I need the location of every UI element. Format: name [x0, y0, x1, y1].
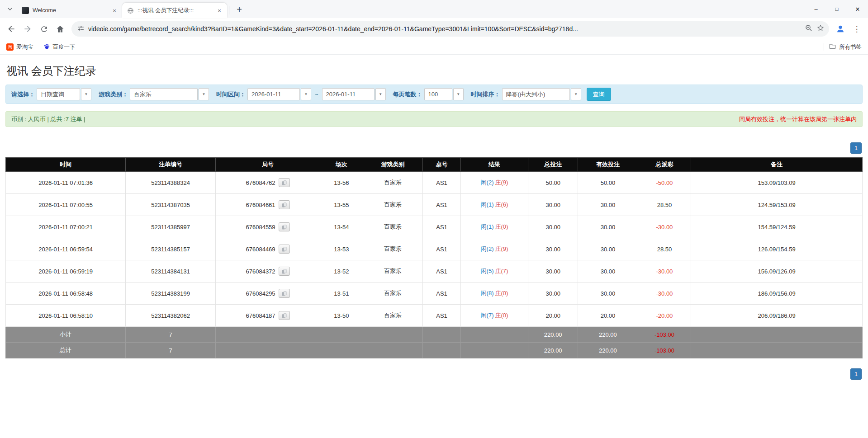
cell-total-bet[interactable]: 30.00: [528, 238, 578, 260]
sort-dropdown[interactable]: 降幂(由大到小) ▼: [502, 88, 581, 100]
bookmark-taobao[interactable]: 淘 爱淘宝: [6, 43, 33, 51]
cell-payout: -30.00: [638, 283, 691, 305]
round-number: 676084295: [246, 290, 275, 297]
cell-valid-bet: 20.00: [578, 305, 638, 327]
cell-payout: -30.00: [638, 216, 691, 238]
site-settings-icon[interactable]: [77, 24, 85, 34]
cell-total-bet[interactable]: 30.00: [528, 260, 578, 283]
profile-avatar[interactable]: [833, 21, 848, 37]
tab-strip: Welcome × :::视讯 会员下注纪录::: × + – □ ✕: [0, 0, 868, 18]
notice-text: 同局有效投注，统一计算在该局第一张注单内: [739, 115, 857, 123]
result-player: 闲(8): [481, 290, 494, 297]
cell-game-type: 百家乐: [363, 283, 423, 305]
total-valid-bet: 220.00: [578, 343, 638, 358]
result-banker: 庄(0): [495, 312, 508, 319]
date-end-value[interactable]: 2026-01-11: [322, 88, 375, 100]
date-start-dropdown[interactable]: 2026-01-11 ▼: [247, 88, 311, 100]
chevron-down-icon[interactable]: ▼: [571, 88, 581, 100]
per-page-value[interactable]: 100: [424, 88, 452, 100]
url-bar[interactable]: videoie.com/game/betrecord_search/kind3?…: [71, 21, 829, 37]
total-label: 总计: [6, 343, 126, 358]
page-number-button[interactable]: 1: [850, 368, 862, 380]
new-tab-button[interactable]: +: [233, 3, 246, 16]
page-number-button[interactable]: 1: [850, 142, 862, 154]
forward-icon[interactable]: [20, 21, 35, 37]
browser-menu-icon[interactable]: ⋮: [849, 21, 864, 37]
chevron-down-icon[interactable]: ▼: [301, 88, 311, 100]
bookmarks-bar: 淘 爱淘宝 百度一下 所有书签: [0, 40, 868, 55]
cell-game-type: 百家乐: [363, 194, 423, 216]
close-tab-icon[interactable]: ×: [110, 6, 119, 14]
table-row: 2026-01-11 06:59:54 523114385157 6760844…: [6, 238, 863, 260]
all-bookmarks[interactable]: 所有书签: [829, 42, 862, 52]
result-banker: 庄(9): [495, 245, 508, 252]
bookmark-star-icon[interactable]: [816, 24, 825, 34]
cell-payout: 28.50: [638, 238, 691, 260]
chevron-down-icon[interactable]: ▼: [199, 88, 209, 100]
col-total-bet: 总投注: [528, 158, 578, 172]
round-detail-icon[interactable]: [279, 267, 290, 276]
zoom-icon[interactable]: [805, 24, 813, 34]
chevron-down-icon[interactable]: ▼: [453, 88, 464, 100]
game-type-dropdown[interactable]: 百家乐 ▼: [130, 88, 209, 100]
game-type-value[interactable]: 百家乐: [130, 88, 198, 100]
round-detail-icon[interactable]: [279, 222, 290, 231]
minimize-button[interactable]: –: [806, 0, 826, 18]
search-button[interactable]: 查询: [587, 88, 611, 101]
cell-total-bet[interactable]: 20.00: [528, 305, 578, 327]
tab-betrecord[interactable]: :::视讯 会员下注纪录::: ×: [122, 3, 227, 18]
date-start-value[interactable]: 2026-01-11: [247, 88, 300, 100]
cell-game-type: 百家乐: [363, 305, 423, 327]
round-detail-icon[interactable]: [279, 200, 290, 209]
per-page-dropdown[interactable]: 100 ▼: [424, 88, 464, 100]
url-text[interactable]: videoie.com/game/betrecord_search/kind3?…: [88, 25, 801, 33]
subtotal-label: 小计: [6, 327, 126, 343]
col-game-type: 游戏类别: [363, 158, 423, 172]
total-count: 7: [126, 343, 216, 358]
cell-valid-bet: 30.00: [578, 216, 638, 238]
round-detail-icon[interactable]: [279, 178, 290, 187]
tab-search-chevron-icon[interactable]: [4, 3, 16, 15]
date-end-dropdown[interactable]: 2026-01-11 ▼: [322, 88, 386, 100]
cell-total-bet[interactable]: 30.00: [528, 194, 578, 216]
round-detail-icon[interactable]: [279, 245, 290, 254]
cell-valid-bet: 30.00: [578, 194, 638, 216]
cell-time: 2026-01-11 06:58:10: [6, 305, 126, 327]
round-number: 676084469: [246, 246, 275, 253]
cell-total-bet[interactable]: 50.00: [528, 172, 578, 194]
back-icon[interactable]: [4, 21, 19, 37]
chevron-down-icon[interactable]: ▼: [81, 88, 91, 100]
tab-welcome[interactable]: Welcome ×: [17, 3, 122, 18]
total-payout: -103.00: [638, 343, 691, 358]
home-icon[interactable]: [52, 21, 68, 37]
cell-total-bet[interactable]: 30.00: [528, 216, 578, 238]
select-mode-value[interactable]: 日期查询: [37, 88, 80, 100]
table-row: 2026-01-11 06:58:10 523114382062 6760841…: [6, 305, 863, 327]
round-detail-icon[interactable]: [279, 311, 290, 320]
chevron-down-icon[interactable]: ▼: [375, 88, 386, 100]
select-mode-dropdown[interactable]: 日期查询 ▼: [37, 88, 91, 100]
refresh-icon[interactable]: [36, 21, 52, 37]
cell-table-no: AS1: [423, 172, 460, 194]
bookmarks-divider: [824, 43, 824, 51]
cell-result: 闲(2)庄(9): [460, 172, 528, 194]
bookmark-label: 爱淘宝: [16, 43, 33, 51]
cell-bet-id: 523114385997: [126, 216, 216, 238]
round-number: 676084187: [246, 312, 275, 319]
cell-time: 2026-01-11 06:59:19: [6, 260, 126, 283]
cell-total-bet[interactable]: 30.00: [528, 283, 578, 305]
page-title: 视讯 会员下注纪录: [6, 64, 863, 78]
maximize-button[interactable]: □: [826, 0, 847, 18]
sort-value[interactable]: 降幂(由大到小): [502, 88, 570, 100]
cell-valid-bet: 30.00: [578, 238, 638, 260]
bookmark-baidu[interactable]: 百度一下: [43, 43, 76, 51]
cell-table-no: AS1: [423, 260, 460, 283]
close-tab-icon[interactable]: ×: [215, 6, 223, 14]
result-banker: 庄(7): [495, 268, 508, 274]
cell-round: 676084295: [216, 283, 320, 305]
col-session: 场次: [320, 158, 363, 172]
cell-round: 676084559: [216, 216, 320, 238]
game-type-label: 游戏类别：: [99, 90, 128, 99]
round-detail-icon[interactable]: [279, 289, 290, 298]
window-close-button[interactable]: ✕: [847, 0, 868, 18]
